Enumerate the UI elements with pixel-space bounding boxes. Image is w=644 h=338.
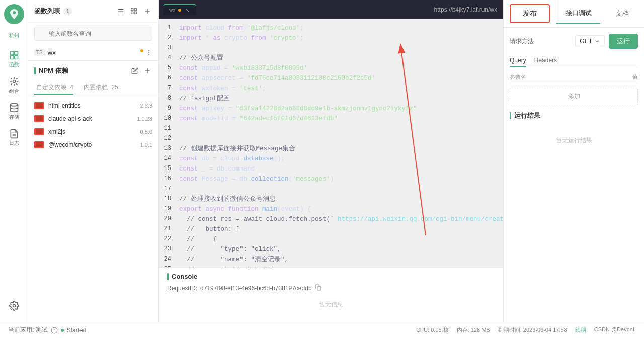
code-editor[interactable]: 1 import cloud from '@lafjs/cloud'; 2 im… [159,19,503,267]
npm-item-xml2js[interactable]: xml2js 0.5.0 [28,125,158,138]
console-empty: 暂无信息 [167,292,495,317]
editor-url-bar: https://b4jky7.laf.run/wx [432,4,499,15]
function-item-wx[interactable]: TS wx [28,45,158,60]
tab-close-icon[interactable] [184,7,190,13]
tab-modified-dot [178,9,181,12]
npm-item-version: 1.0.28 [137,116,152,122]
code-line-20: 20 // const res = await cloud.fetch.post… [159,214,503,224]
result-title: 运行结果 [510,111,638,120]
right-tab-debug[interactable]: 接口调试 [556,4,600,24]
grid-icon [130,8,137,15]
functions-panel: 函数列表 1 TS [28,0,159,322]
publish-button[interactable]: 发布 [510,4,550,23]
param-tab-headers[interactable]: Headers [534,55,557,67]
npm-item-version: 0.5.0 [140,129,152,135]
npm-item-version: 2.3.3 [140,103,152,109]
bottom-right: CPU: 0.05 核 内存: 128 MB 到期时间: 2023-06-04 … [416,326,636,334]
function-type-badge: TS [34,49,45,56]
code-line-17: 17 [159,184,503,194]
code-line-8: 8 // fastgpt配置 [159,94,503,104]
npm-tab-builtin[interactable]: 内置依赖 25 [82,81,118,95]
svg-rect-1 [10,52,14,55]
search-input[interactable] [34,27,152,41]
npm-item-claude[interactable]: claude-api-slack 1.0.28 [28,112,158,125]
functions-settings-btn[interactable] [129,6,138,16]
add-param-button[interactable]: 添加 [510,88,638,105]
sidebar-item-log[interactable]: 日志 [4,126,24,150]
credit-label: CSDN @DevonL [594,326,636,334]
editor-tab-wx[interactable]: wx [163,4,196,15]
copy-icon[interactable] [315,284,321,292]
functions-search-btn[interactable] [116,6,125,16]
app-name: 杭州 [9,32,19,39]
npm-icon [34,102,44,109]
sidebar-item-storage[interactable]: 存储 [4,100,24,124]
editor-wrapper: 1 import cloud from '@lafjs/cloud'; 2 im… [159,19,503,267]
search-wrapper [34,27,152,41]
bottom-left: 当前应用: 测试 Started [8,326,86,334]
npm-edit-btn[interactable] [130,66,139,76]
svg-rect-2 [14,52,18,55]
svg-rect-30 [317,287,320,290]
panel-title: 函数列表 1 [34,7,72,16]
code-line-14: 14 const db = cloud.database(); [159,154,503,164]
no-result-text: 暂无运行结果 [510,126,638,155]
method-select[interactable]: GET [575,35,605,47]
functions-icon [9,50,19,60]
npm-item-wecom[interactable]: @wecom/crypto 1.0.1 [28,138,158,151]
code-line-24: 24 // "name": "清空记录", [159,255,503,265]
npm-title: NPM 依赖 [34,66,68,75]
storage-icon [9,103,19,113]
npm-title-bar [34,67,36,74]
sidebar-item-functions[interactable]: 函数 [4,47,24,71]
code-line-12: 12 [159,134,503,144]
code-line-5: 5 const appid = 'wxb1833715d8f0809d' [159,63,503,73]
right-tab-docs[interactable]: 文档 [600,4,644,24]
sidebar: 杭州 函数 组合 存储 [0,0,28,322]
npm-list: html-entities 2.3.3 claude-api-slack 1.0… [28,95,158,155]
code-line-11: 11 [159,124,503,134]
npm-item-name: @wecom/crypto [48,141,136,148]
svg-point-9 [13,305,15,307]
npm-tab-custom[interactable]: 自定义依赖 4 [34,81,73,95]
more-icon[interactable] [145,49,152,56]
npm-header: NPM 依赖 [28,61,158,81]
result-section: 运行结果 暂无运行结果 [510,111,638,155]
npm-add-btn[interactable] [142,66,152,76]
code-line-13: 13 // 创建数据库连接并获取Message集合 [159,144,503,154]
npm-add-icon [143,67,151,75]
editor-tabs: wx https://b4jky7.laf.run/wx [159,0,503,19]
functions-label: 函数 [9,61,19,68]
panel-actions [116,6,152,16]
started-label: Started [67,327,87,334]
param-tabs: Query Headers [510,55,638,67]
functions-add-btn[interactable] [142,6,152,16]
run-button[interactable]: 运行 [609,34,638,49]
code-line-4: 4 // 公众号配置 [159,53,503,63]
svg-rect-4 [14,56,18,59]
renew-link[interactable]: 续期 [575,326,586,334]
npm-icon [34,115,44,122]
code-line-21: 21 // button: [ [159,224,503,234]
console-title: Console [167,273,495,280]
function-name: wx [48,49,56,56]
app-logo[interactable] [4,4,24,24]
sidebar-item-settings[interactable] [4,294,24,318]
console-request: RequestID: d7197f98-ef13-4e96-bc6d-b7381… [167,284,495,292]
method-row: 请求方法 GET 运行 [510,34,638,49]
npm-item-name: claude-api-slack [48,115,133,122]
code-line-1: 1 import cloud from '@lafjs/cloud'; [159,23,503,33]
npm-tabs: 自定义依赖 4 内置依赖 25 [28,81,158,95]
svg-point-0 [13,11,16,14]
right-panel-header: 发布 接口调试 文档 [504,0,644,28]
svg-rect-16 [134,12,136,14]
console-title-bar [167,273,169,280]
add-icon [143,7,151,15]
svg-point-5 [13,80,15,83]
info-icon[interactable] [51,327,58,334]
method-label: 请求方法 [510,37,534,46]
param-tab-query[interactable]: Query [510,55,526,67]
right-panel-content: 请求方法 GET 运行 Query Headers 参数名 值 [504,28,644,322]
npm-item-html-entities[interactable]: html-entities 2.3.3 [28,99,158,112]
sidebar-item-combine[interactable]: 组合 [4,73,24,98]
